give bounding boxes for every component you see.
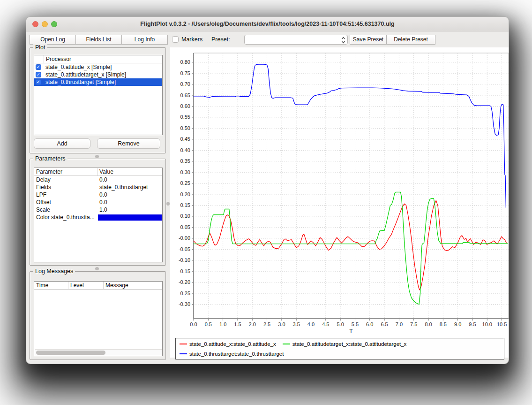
log-horizontal-scrollbar[interactable] bbox=[35, 349, 162, 355]
save-preset-button[interactable]: Save Preset bbox=[350, 35, 387, 45]
svg-text:-0.00: -0.00 bbox=[179, 235, 190, 241]
processor-column-header: Processor bbox=[44, 55, 162, 63]
parameter-value bbox=[97, 214, 162, 221]
legend-line-sample-icon bbox=[180, 344, 187, 344]
svg-text:3.0: 3.0 bbox=[278, 321, 285, 327]
svg-text:0.10: 0.10 bbox=[180, 213, 190, 219]
svg-text:0.70: 0.70 bbox=[180, 81, 190, 87]
log-table-header: Time Level Message bbox=[34, 282, 162, 290]
svg-text:0.35: 0.35 bbox=[180, 158, 190, 164]
open-log-button[interactable]: Open Log bbox=[30, 35, 76, 45]
svg-text:10.0: 10.0 bbox=[482, 321, 492, 327]
titlebar[interactable]: FlightPlot v.0.3.2 - /Users/oleg/Documen… bbox=[26, 17, 509, 31]
preset-label: Preset: bbox=[211, 36, 230, 43]
plot-group: Plot Processor ✓state_0.attitude_x [Simp… bbox=[30, 47, 166, 153]
svg-text:7.0: 7.0 bbox=[396, 321, 403, 327]
splitter-handle-top[interactable] bbox=[95, 155, 99, 158]
vertical-splitter-handle[interactable] bbox=[166, 202, 170, 206]
minimize-button[interactable] bbox=[42, 21, 48, 27]
svg-text:6.5: 6.5 bbox=[381, 321, 388, 327]
svg-text:0.65: 0.65 bbox=[180, 92, 190, 98]
parameter-row[interactable]: Scale1.0 bbox=[34, 206, 162, 214]
close-button[interactable] bbox=[32, 21, 38, 27]
delete-preset-button[interactable]: Delete Preset bbox=[386, 35, 435, 45]
parameter-value: state_0.thrusttarget bbox=[97, 184, 162, 191]
svg-text:0.50: 0.50 bbox=[180, 125, 190, 131]
svg-text:-0.05: -0.05 bbox=[179, 246, 190, 252]
markers-checkbox[interactable] bbox=[172, 36, 179, 43]
processor-table-header: Processor bbox=[34, 55, 162, 63]
parameters-table[interactable]: Parameter Value Delay0.0Fieldsstate_0.th… bbox=[34, 168, 163, 262]
svg-text:-0.15: -0.15 bbox=[179, 268, 190, 274]
svg-text:8.5: 8.5 bbox=[440, 321, 447, 327]
parameter-row[interactable]: Delay0.0 bbox=[34, 176, 162, 183]
parameter-value: 1.0 bbox=[97, 206, 162, 213]
svg-text:7.5: 7.5 bbox=[410, 321, 417, 327]
time-column-header: Time bbox=[34, 282, 68, 289]
plot-item-label: state_0.attitudetarget_x [Simple] bbox=[44, 71, 128, 78]
toolbar: Open LogFields ListLog Info Markers Pres… bbox=[26, 32, 509, 47]
parameter-name: LPF bbox=[34, 191, 97, 198]
add-button[interactable]: Add bbox=[34, 138, 90, 149]
parameter-value: 0.0 bbox=[97, 199, 162, 206]
svg-text:9.5: 9.5 bbox=[469, 321, 476, 327]
chart-panel[interactable]: 0.00.51.01.52.02.53.03.54.04.55.05.56.06… bbox=[170, 47, 509, 358]
parameter-row[interactable]: Offset0.0 bbox=[34, 199, 162, 206]
parameter-name: Color state_0.thrustta... bbox=[34, 214, 97, 221]
svg-text:0.5: 0.5 bbox=[205, 321, 212, 327]
flight-data-plot[interactable]: 0.00.51.01.52.02.53.03.54.04.55.05.56.06… bbox=[170, 47, 509, 335]
parameters-group-title: Parameters bbox=[33, 155, 67, 162]
svg-text:0.25: 0.25 bbox=[180, 180, 190, 186]
markers-label: Markers bbox=[181, 36, 202, 43]
svg-text:9.0: 9.0 bbox=[454, 321, 461, 327]
legend-item: state_0.attitudetarget_x:state_0.attitud… bbox=[283, 341, 407, 347]
parameter-name: Scale bbox=[34, 206, 97, 213]
svg-text:0.60: 0.60 bbox=[180, 103, 190, 109]
item-checkbox[interactable]: ✓ bbox=[36, 72, 41, 77]
parameter-name: Delay bbox=[34, 176, 97, 183]
maximize-button[interactable] bbox=[51, 21, 57, 27]
processor-table[interactable]: Processor ✓state_0.attitude_x [Simple]✓s… bbox=[34, 55, 163, 135]
svg-text:2.5: 2.5 bbox=[263, 321, 270, 327]
parameter-row[interactable]: Fieldsstate_0.thrusttarget bbox=[34, 183, 162, 191]
parameter-value: 0.0 bbox=[97, 176, 162, 183]
traffic-lights bbox=[32, 21, 57, 27]
log-messages-table[interactable]: Time Level Message bbox=[34, 281, 163, 356]
fields-list-button[interactable]: Fields List bbox=[75, 35, 122, 45]
checkbox-column-header bbox=[34, 55, 44, 63]
combo-stepper-icon bbox=[341, 36, 346, 46]
preset-combobox[interactable] bbox=[244, 35, 348, 45]
plot-list-item[interactable]: ✓state_0.attitude_x [Simple] bbox=[34, 63, 162, 71]
svg-text:0.45: 0.45 bbox=[180, 136, 190, 142]
svg-text:4.0: 4.0 bbox=[307, 321, 315, 327]
plot-list-item[interactable]: ✓state_0.attitudetarget_x [Simple] bbox=[34, 71, 162, 78]
parameter-row[interactable]: Color state_0.thrustta... bbox=[34, 214, 162, 221]
svg-text:10.5: 10.5 bbox=[497, 321, 507, 327]
svg-text:0.80: 0.80 bbox=[180, 59, 190, 65]
value-column-header: Value bbox=[97, 168, 162, 176]
plot-list-item[interactable]: ✓state_0.thrusttarget [Simple] bbox=[34, 78, 162, 86]
window-title: FlightPlot v.0.3.2 - /Users/oleg/Documen… bbox=[26, 17, 509, 31]
legend-item: state_0.thrusttarget:state_0.thrusttarge… bbox=[180, 351, 284, 357]
item-checkbox[interactable]: ✓ bbox=[36, 64, 41, 70]
svg-text:T: T bbox=[349, 328, 353, 335]
legend-item: state_0.attitude_x:state_0.attitude_x bbox=[180, 341, 276, 347]
parameters-table-header: Parameter Value bbox=[34, 168, 162, 176]
svg-text:4.5: 4.5 bbox=[322, 321, 329, 327]
svg-text:0.30: 0.30 bbox=[180, 169, 190, 175]
remove-button[interactable]: Remove bbox=[97, 138, 160, 149]
legend-label: state_0.attitude_x:state_0.attitude_x bbox=[189, 341, 276, 347]
log-info-button[interactable]: Log Info bbox=[121, 35, 168, 45]
legend-label: state_0.thrusttarget:state_0.thrusttarge… bbox=[189, 351, 284, 357]
color-swatch[interactable] bbox=[98, 214, 162, 221]
svg-text:0.0: 0.0 bbox=[190, 321, 197, 327]
parameter-name: Offset bbox=[34, 199, 97, 206]
splitter-handle-bottom[interactable] bbox=[95, 267, 99, 270]
svg-text:-0.20: -0.20 bbox=[179, 279, 190, 285]
item-checkbox[interactable]: ✓ bbox=[36, 79, 41, 85]
parameters-group: Parameters Parameter Value Delay0.0Field… bbox=[30, 159, 166, 266]
scrollbar-thumb[interactable] bbox=[36, 351, 105, 355]
svg-text:-0.10: -0.10 bbox=[179, 257, 190, 263]
log-messages-group: Log Messages Time Level Message bbox=[30, 271, 166, 360]
parameter-row[interactable]: LPF0.0 bbox=[34, 191, 162, 199]
